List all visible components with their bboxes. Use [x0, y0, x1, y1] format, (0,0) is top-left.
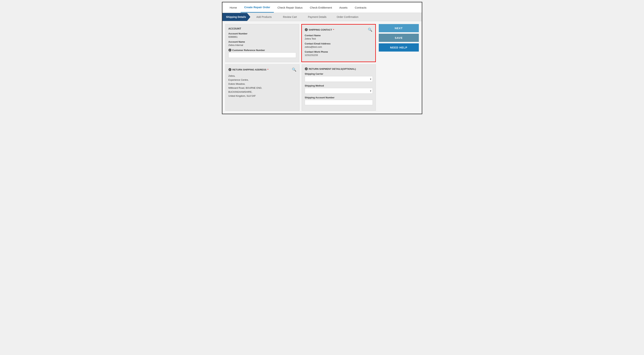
shipping-account-number-group: Shipping Account Number	[305, 96, 373, 105]
wizard-step-payment-details[interactable]: Payment Details	[302, 13, 331, 21]
shipping-account-number-input[interactable]	[305, 100, 373, 105]
nav-item-create-repair-order[interactable]: Create Repair Order	[241, 2, 274, 12]
shipping-method-wrapper: ▾	[305, 88, 373, 94]
right-sidebar: NEXT SAVE NEED HELP	[379, 24, 419, 111]
account-name-value: Zebra Internal	[228, 44, 296, 46]
bottom-row: i RETURN SHIPPING ADDRESS * 🔍 Zebra,Expe…	[225, 64, 376, 111]
account-name-label: Account Name	[228, 40, 296, 43]
customer-ref-info-icon: i	[228, 49, 231, 52]
shipping-method-label: Shipping Method	[305, 84, 373, 87]
contact-phone-value: 1231231233	[305, 54, 372, 56]
shipping-account-number-label: Shipping Account Number	[305, 96, 373, 99]
nav-item-home[interactable]: Home	[226, 3, 241, 12]
shipping-method-group: Shipping Method ▾	[305, 84, 373, 94]
contact-email-value: zebra@test.com	[305, 46, 372, 48]
wizard-step-order-confirmation[interactable]: Order Confirmation	[331, 13, 363, 21]
wizard-step-add-products[interactable]: Add Products	[251, 13, 276, 21]
contact-email-label: Contact Email Address	[305, 42, 372, 45]
left-column: ACCOUNT Account Number 6088861 Account N…	[225, 24, 376, 111]
save-button[interactable]: SAVE	[379, 34, 419, 42]
shipping-carrier-wrapper: ▾	[305, 76, 373, 82]
customer-ref-label: Customer Reference Number	[232, 49, 265, 52]
shipping-method-select[interactable]	[305, 88, 373, 94]
shipping-contact-panel: i SHIPPING CONTACT * 🔍 Contact Name Zebr…	[301, 24, 376, 62]
wizard-step-shipping-details[interactable]: Shipping Details	[222, 13, 250, 21]
account-panel: ACCOUNT Account Number 6088861 Account N…	[225, 24, 299, 62]
nav-item-contracts[interactable]: Contracts	[351, 3, 370, 12]
shipping-carrier-group: Shipping Carrier ▾	[305, 72, 373, 82]
return-address-required: *	[268, 68, 268, 71]
shipping-contact-title: SHIPPING CONTACT	[309, 28, 332, 31]
return-address-search-icon[interactable]: 🔍	[292, 68, 296, 72]
need-help-button[interactable]: NEED HELP	[379, 43, 419, 52]
account-number-label: Account Number	[228, 32, 296, 35]
top-navigation: Home Create Repair Order Check Repair St…	[222, 2, 422, 13]
return-address-value: Zebra,Experience Centre,Dukes Meadow,Mil…	[228, 74, 296, 98]
wizard-step-review-cart[interactable]: Review Cart	[276, 13, 302, 21]
return-shipping-address-panel: i RETURN SHIPPING ADDRESS * 🔍 Zebra,Expe…	[225, 64, 300, 111]
nav-item-assets[interactable]: Assets	[336, 3, 351, 12]
return-address-info-icon: i	[228, 68, 231, 71]
return-shipment-header: i RETURN SHIPMENT DETAILS(OPTIONAL)	[305, 68, 373, 70]
shipping-carrier-select[interactable]	[305, 76, 373, 82]
account-section-title: ACCOUNT	[228, 27, 296, 30]
customer-ref-input[interactable]	[228, 52, 296, 58]
top-row: ACCOUNT Account Number 6088861 Account N…	[225, 24, 376, 62]
wizard-bar: Shipping Details Add Products Review Car…	[222, 13, 422, 21]
shipping-contact-header: i SHIPPING CONTACT * 🔍	[305, 28, 372, 32]
return-shipment-details-panel: i RETURN SHIPMENT DETAILS(OPTIONAL) Ship…	[302, 64, 376, 111]
next-button[interactable]: NEXT	[379, 24, 419, 32]
nav-item-check-repair-status[interactable]: Check Repair Status	[274, 3, 306, 12]
shipping-contact-search-icon[interactable]: 🔍	[368, 28, 372, 32]
app-container: Home Create Repair Order Check Repair St…	[222, 2, 422, 114]
customer-ref-label-wrapper: i Customer Reference Number	[228, 49, 296, 52]
return-address-title: RETURN SHIPPING ADDRESS	[232, 68, 266, 71]
shipping-contact-info-icon: i	[305, 28, 308, 31]
shipping-contact-required: *	[333, 28, 334, 31]
contact-phone-label: Contact Work Phone	[305, 50, 372, 53]
return-address-header: i RETURN SHIPPING ADDRESS * 🔍	[228, 68, 296, 72]
return-shipment-info-icon: i	[305, 68, 308, 70]
contact-name-label: Contact Name	[305, 34, 372, 37]
account-number-value: 6088861	[228, 36, 296, 38]
nav-item-check-entitlement[interactable]: Check Entitlement	[306, 3, 336, 12]
contact-name-value: Zebra Test	[305, 37, 372, 40]
main-content: ACCOUNT Account Number 6088861 Account N…	[222, 21, 422, 114]
shipping-carrier-label: Shipping Carrier	[305, 72, 373, 75]
return-shipment-title: RETURN SHIPMENT DETAILS(OPTIONAL)	[309, 68, 356, 70]
